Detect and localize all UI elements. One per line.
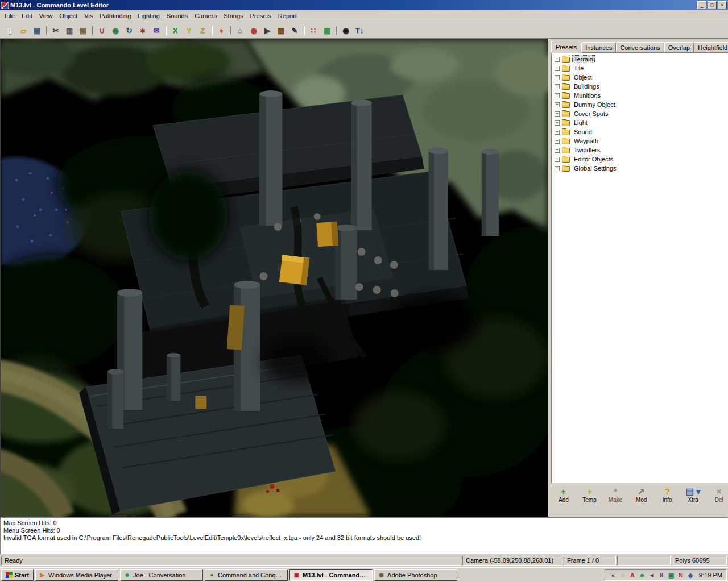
expand-icon[interactable]: + xyxy=(555,120,560,126)
expand-icon[interactable]: + xyxy=(555,139,560,144)
tree-item[interactable]: + Cover Spots xyxy=(553,109,728,118)
menu-item[interactable]: Sounds xyxy=(163,11,191,21)
tree-item[interactable]: + Buildings xyxy=(553,82,728,91)
taskbar-task-button[interactable]: ● Command and Conquer: ... xyxy=(205,569,288,581)
toolbar-button[interactable]: ▥ xyxy=(274,24,288,37)
expand-icon[interactable]: + xyxy=(555,102,560,107)
tree-item[interactable]: + Object xyxy=(553,73,728,82)
toolbar-button[interactable]: ↻ xyxy=(122,24,136,37)
tree-item[interactable]: + Tile xyxy=(553,64,728,73)
preset-action-label: Info xyxy=(663,497,672,503)
panel-tab[interactable]: Presets xyxy=(551,41,581,52)
toolbar-button[interactable]: ▣ xyxy=(30,24,44,37)
toolbar-button[interactable]: ◉ xyxy=(339,24,353,37)
preset-action-button[interactable]: ↗ Mod xyxy=(631,486,652,508)
expand-icon[interactable]: + xyxy=(555,157,560,162)
panel-tab[interactable]: Conversations xyxy=(616,42,664,52)
toolbar-button[interactable]: Z xyxy=(196,24,209,37)
toolbar-button[interactable]: T↕ xyxy=(353,24,366,37)
task-label: Joe - Conversation xyxy=(133,572,185,579)
toolbar-button[interactable]: ∷ xyxy=(307,24,320,37)
panel-tab[interactable]: Instances xyxy=(581,42,616,52)
toolbar-button[interactable]: ∪ xyxy=(95,24,109,37)
menu-item[interactable]: Pathfinding xyxy=(96,11,134,21)
taskbar-task-button[interactable]: ☻ Joe - Conversation xyxy=(120,569,203,581)
expand-icon[interactable]: + xyxy=(555,130,560,135)
output-log[interactable]: Map Screen Hits: 0 Menu Screen Hits: 0 I… xyxy=(0,517,728,554)
tray-icon[interactable]: ◄ xyxy=(648,571,656,580)
preset-action-button[interactable]: * Make xyxy=(605,486,626,508)
toolbar-button[interactable]: ▱ xyxy=(16,24,30,37)
preset-action-button[interactable]: × Del xyxy=(709,486,728,508)
toolbar-button[interactable]: ♦ xyxy=(214,24,228,37)
toolbar-button[interactable]: ▦ xyxy=(320,24,334,37)
expand-icon[interactable]: + xyxy=(555,84,560,89)
tray-icon[interactable]: ☺ xyxy=(619,571,627,580)
toolbar-button[interactable]: ✂ xyxy=(49,24,63,37)
tree-item[interactable]: + Editor Objects xyxy=(553,155,728,164)
app-window: M13.lvl - Commando Level Editor _ □ × Fi… xyxy=(0,0,728,582)
viewport-3d-scene[interactable] xyxy=(0,39,548,517)
menu-item[interactable]: File xyxy=(1,11,18,21)
window-control-button[interactable]: _ xyxy=(697,1,706,9)
toolbar-button[interactable]: X xyxy=(168,24,182,37)
tree-item[interactable]: + Light xyxy=(553,118,728,127)
taskbar-task-button[interactable]: ◉ Adobe Photoshop xyxy=(374,569,457,581)
start-button[interactable]: Start xyxy=(1,569,34,581)
preset-action-button[interactable]: + Add xyxy=(553,486,574,508)
tray-icon[interactable]: ☻ xyxy=(638,571,646,580)
tree-item[interactable]: + Munitions xyxy=(553,91,728,100)
panel-tab[interactable]: Heightfield xyxy=(694,42,728,52)
menu-item[interactable]: View xyxy=(36,11,56,21)
tray-icon[interactable]: 8 xyxy=(657,571,665,580)
menu-item[interactable]: Lighting xyxy=(134,11,163,21)
preset-action-button[interactable]: ? Info xyxy=(657,486,677,508)
tree-item[interactable]: + Global Settings xyxy=(553,164,728,173)
menu-item[interactable]: Strings xyxy=(220,11,246,21)
expand-icon[interactable]: + xyxy=(555,75,560,80)
tray-icon[interactable]: A xyxy=(628,571,636,580)
tree-item[interactable]: + Twiddlers xyxy=(553,146,728,155)
tree-item[interactable]: + Terrain xyxy=(553,55,728,64)
toolbar-button[interactable]: ▤ xyxy=(76,24,90,37)
window-titlebar[interactable]: M13.lvl - Commando Level Editor _ □ × xyxy=(0,0,728,10)
tray-icon[interactable]: ▣ xyxy=(667,571,675,580)
toolbar-button[interactable]: ◉ xyxy=(247,24,260,37)
presets-tree[interactable]: + Terrain + Tile + Object xyxy=(551,52,728,483)
toolbar-button[interactable]: ∗ xyxy=(136,24,150,37)
toolbar-button[interactable]: ◉ xyxy=(109,24,122,37)
tray-icon[interactable]: « xyxy=(609,571,617,580)
expand-icon[interactable]: + xyxy=(555,148,560,153)
tree-item[interactable]: + Dummy Object xyxy=(553,100,728,109)
menu-item[interactable]: Edit xyxy=(18,11,36,21)
tray-icon[interactable]: N xyxy=(677,571,685,580)
tray-icon[interactable]: ◆ xyxy=(686,571,694,580)
menu-item[interactable]: Presets xyxy=(247,11,275,21)
window-control-button[interactable]: × xyxy=(718,1,727,9)
panel-tab[interactable]: Overlap xyxy=(664,42,694,52)
window-control-button[interactable]: □ xyxy=(708,1,717,9)
expand-icon[interactable]: + xyxy=(555,111,560,117)
toolbar-button[interactable]: ▥ xyxy=(63,24,76,37)
toolbar-button[interactable]: ⌂ xyxy=(233,24,247,37)
expand-icon[interactable]: + xyxy=(555,57,560,62)
tree-item[interactable]: + Sound xyxy=(553,127,728,136)
toolbar-button[interactable]: ▶ xyxy=(260,24,274,37)
expand-icon[interactable]: + xyxy=(555,93,560,98)
menu-item[interactable]: Vis xyxy=(81,11,96,21)
expand-icon[interactable]: + xyxy=(555,66,560,71)
toolbar-button[interactable]: ▯ xyxy=(3,24,16,37)
expand-icon[interactable]: + xyxy=(555,166,560,171)
preset-action-button[interactable]: + Temp xyxy=(580,486,600,508)
taskbar-task-button[interactable]: ▣ M13.lvl - Commando ... xyxy=(289,569,373,581)
toolbar-button[interactable]: ✎ xyxy=(288,24,301,37)
taskbar-clock[interactable]: 9:19 PM xyxy=(696,572,722,579)
preset-action-button[interactable]: ▤ ▾ Xtra xyxy=(683,486,704,508)
toolbar-button[interactable]: Y xyxy=(182,24,196,37)
menu-item[interactable]: Report xyxy=(275,11,300,21)
menu-item[interactable]: Camera xyxy=(191,11,220,21)
menu-item[interactable]: Object xyxy=(56,11,81,21)
toolbar-button[interactable]: ✉ xyxy=(150,24,163,37)
taskbar-task-button[interactable]: ▶ Windows Media Player xyxy=(35,569,118,581)
tree-item[interactable]: + Waypath xyxy=(553,136,728,146)
